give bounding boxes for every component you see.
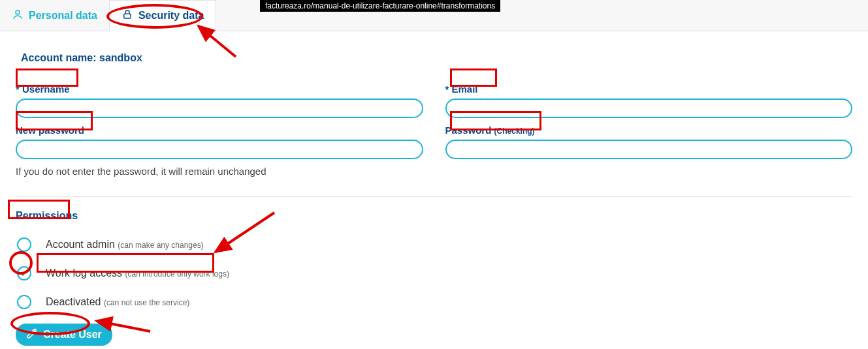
label-text: Username	[22, 83, 70, 95]
form-row-2: New password If you do not enter the pas…	[16, 125, 852, 177]
username-label: * Username	[16, 83, 70, 95]
svg-point-0	[16, 10, 20, 14]
permissions-heading: Permissions	[16, 210, 78, 222]
tab-label: Security data	[138, 10, 204, 22]
radio-icon[interactable]	[17, 237, 31, 252]
person-icon	[12, 8, 24, 23]
divider	[16, 196, 852, 197]
perm-label: Account admin	[46, 239, 115, 250]
tab-personal-data[interactable]: Personal data	[0, 0, 109, 31]
account-name-prefix: Account name:	[21, 52, 99, 63]
password-check-label: Password (Checking)	[445, 125, 535, 136]
browser-url: factureaza.ro/manual-de-utilizare-factur…	[260, 0, 500, 12]
radio-icon[interactable]	[17, 295, 31, 309]
permission-text: Deactivated (can not use the service)	[46, 296, 189, 308]
email-group: * Email	[445, 83, 853, 118]
email-label: * Email	[445, 83, 478, 95]
create-user-button[interactable]: Create User	[16, 324, 112, 346]
svg-rect-1	[124, 14, 131, 18]
account-name-value: sandbox	[99, 52, 142, 63]
label-text: Password	[445, 125, 492, 136]
label-note: (Checking)	[494, 127, 535, 136]
account-name: Account name: sandbox	[21, 52, 852, 64]
perm-label: Deactivated	[46, 296, 101, 307]
perm-note: (can not use the service)	[104, 298, 189, 307]
edit-icon	[26, 327, 38, 342]
perm-note: (can make any changes)	[118, 241, 203, 250]
password-hint: If you do not enter the password, it wil…	[16, 166, 423, 177]
permission-option-admin[interactable]: Account admin (can make any changes)	[16, 237, 852, 252]
tab-security-data[interactable]: Security data	[109, 0, 216, 31]
tab-label: Personal data	[29, 10, 97, 22]
lock-icon	[121, 8, 133, 23]
label-text: Email	[452, 83, 478, 95]
permission-text: Work log access (can introduce only work…	[46, 267, 229, 279]
button-label: Create User	[43, 329, 102, 341]
perm-note: (can introduce only work logs)	[125, 269, 229, 279]
new-password-group: New password If you do not enter the pas…	[16, 125, 423, 177]
permission-option-deactivated[interactable]: Deactivated (can not use the service)	[16, 295, 852, 309]
form-row-1: * Username * Email	[16, 83, 852, 118]
perm-label: Work log access	[46, 267, 122, 279]
permission-text: Account admin (can make any changes)	[46, 239, 204, 250]
password-check-group: Password (Checking)	[445, 125, 853, 177]
content-area: Account name: sandbox * Username * Email…	[0, 31, 868, 349]
new-password-input[interactable]	[16, 140, 423, 159]
username-input[interactable]	[16, 99, 423, 118]
password-check-input[interactable]	[445, 140, 853, 159]
username-group: * Username	[16, 83, 423, 118]
permission-option-worklog[interactable]: Work log access (can introduce only work…	[16, 266, 852, 281]
new-password-label: New password	[16, 125, 84, 136]
email-input[interactable]	[445, 99, 853, 118]
radio-icon[interactable]	[17, 266, 31, 281]
